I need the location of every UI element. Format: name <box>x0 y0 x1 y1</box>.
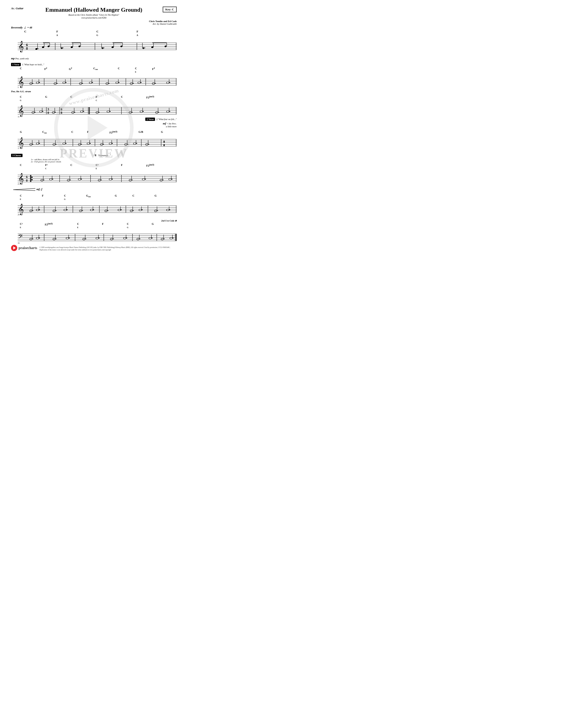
svg-point-272 <box>90 209 93 211</box>
svg-text:8: 8 <box>26 179 28 182</box>
chord-ce-s7: CE <box>77 222 102 229</box>
svg-point-167 <box>56 144 56 145</box>
svg-point-124 <box>83 111 84 112</box>
svg-point-312 <box>39 238 40 238</box>
chord-g-s4a: G <box>20 130 42 134</box>
staff-svg-4: 𝄞 3 8 <box>11 135 177 149</box>
system-7: 2nd X to Coda ⊕ C²E F2(no3) CE F CG G 𝄢 <box>11 220 177 246</box>
chord-f2no3: F2(no3) <box>146 95 177 102</box>
svg-point-336 <box>152 238 152 238</box>
svg-point-139 <box>158 112 159 113</box>
chord-ce-v1: CE <box>135 67 152 73</box>
chord-g2-v1: G2 <box>69 67 93 73</box>
svg-point-121 <box>74 112 75 113</box>
svg-point-292 <box>169 209 170 210</box>
svg-point-180 <box>109 143 112 144</box>
svg-point-161 <box>32 144 33 145</box>
chord-c-s3b: C <box>121 95 146 102</box>
chord-f2no3-ch: F2(no3) <box>146 163 177 170</box>
svg-point-238 <box>169 178 171 180</box>
svg-point-222 <box>81 179 82 180</box>
chord-cg1: CG <box>96 30 137 37</box>
svg-point-339 <box>164 238 165 239</box>
chord-c2-v1: C <box>118 67 135 73</box>
chord-fa2: FA <box>136 30 177 37</box>
verse1-number: 1 <box>12 63 13 66</box>
instrument-label: Ac. Guitar <box>11 7 23 10</box>
svg-point-12 <box>35 48 38 50</box>
system-3: CG G C FC C F2(no3) 𝄞 3 8 6 8 <box>11 95 177 128</box>
svg-point-91 <box>169 82 170 83</box>
svg-point-327 <box>113 238 114 239</box>
svg-point-164 <box>39 143 40 144</box>
svg-point-115 <box>42 111 43 112</box>
svg-text:𝄞: 𝄞 <box>18 105 24 117</box>
svg-point-278 <box>118 209 120 211</box>
svg-point-310 <box>36 237 39 239</box>
svg-point-30 <box>104 48 105 48</box>
annotation-1: mp Pno, synth only <box>11 57 177 60</box>
svg-point-232 <box>142 178 145 180</box>
svg-point-33 <box>120 45 122 47</box>
svg-text:29: 29 <box>18 214 20 216</box>
chord-g2-s6: G <box>154 194 177 201</box>
svg-point-168 <box>63 143 65 144</box>
chord-c-s3: C <box>70 95 96 102</box>
verse1-lyric: 1."What hope we hold..." <box>22 63 44 66</box>
system-2-verse1: 1 Verse 1."What hope we hold..." C F2 G2… <box>11 63 177 93</box>
svg-point-324 <box>99 238 100 238</box>
footer-logo: praisecharts <box>11 245 37 251</box>
svg-text:35: 35 <box>18 242 20 244</box>
album-subtitle: Based on the Chris Tomlin album "Glory I… <box>11 14 177 16</box>
chorus-number: 3 <box>12 154 13 157</box>
svg-point-179 <box>103 144 104 145</box>
chord-g-s7: G <box>152 222 177 229</box>
svg-text:6: 6 <box>26 43 28 47</box>
svg-point-142 <box>169 111 170 112</box>
svg-point-315 <box>56 238 56 239</box>
svg-point-280 <box>121 209 122 210</box>
svg-point-73 <box>92 82 93 83</box>
svg-point-76 <box>109 83 109 84</box>
svg-text:6: 6 <box>26 175 28 179</box>
chord-f-s6: F <box>42 194 64 201</box>
svg-point-82 <box>133 83 134 84</box>
svg-point-271 <box>82 210 83 211</box>
svg-point-283 <box>133 210 134 211</box>
svg-point-219 <box>70 180 71 180</box>
page: www.praisecharts.com PREVIEW Ac. Guitar … <box>0 0 188 255</box>
song-title: Emmanuel (Hallowed Manger Ground) <box>11 7 177 13</box>
verse1-text: Verse <box>14 63 19 66</box>
svg-point-274 <box>93 209 94 210</box>
svg-point-28 <box>101 47 104 49</box>
svg-point-25 <box>78 45 81 47</box>
chord-g-s3: G <box>45 95 71 102</box>
svg-line-243 <box>13 190 35 191</box>
svg-point-231 <box>132 180 133 180</box>
chord-g-s6: G <box>115 194 132 201</box>
svg-text:𝄞: 𝄞 <box>18 41 24 53</box>
tempo-style: Reverently <box>11 26 23 29</box>
svg-text:3: 3 <box>47 108 49 111</box>
svg-point-330 <box>126 238 127 238</box>
verse2-number: 2 <box>147 118 148 120</box>
segno-sign: 𝄋 <box>95 153 96 158</box>
arranger: Arr. by Daniel Galbraith <box>11 23 177 25</box>
svg-point-176 <box>90 143 91 144</box>
svg-point-14 <box>38 49 39 49</box>
svg-point-318 <box>69 238 70 238</box>
svg-point-188 <box>136 143 137 144</box>
chord-f-ch: F <box>121 163 146 170</box>
svg-point-234 <box>145 179 146 180</box>
svg-point-328 <box>123 237 126 239</box>
svg-text:mf; f: mf; f <box>36 188 43 191</box>
logo-play-icon <box>13 246 16 250</box>
svg-point-134 <box>140 111 143 113</box>
svg-point-88 <box>155 83 156 84</box>
svg-text:6: 6 <box>61 108 62 111</box>
svg-point-79 <box>118 82 119 83</box>
chord-csus-s4: Csus <box>42 130 71 134</box>
svg-point-118 <box>55 112 56 113</box>
chord-fc: FC <box>96 95 121 102</box>
chord-fa1: FA <box>56 30 96 37</box>
